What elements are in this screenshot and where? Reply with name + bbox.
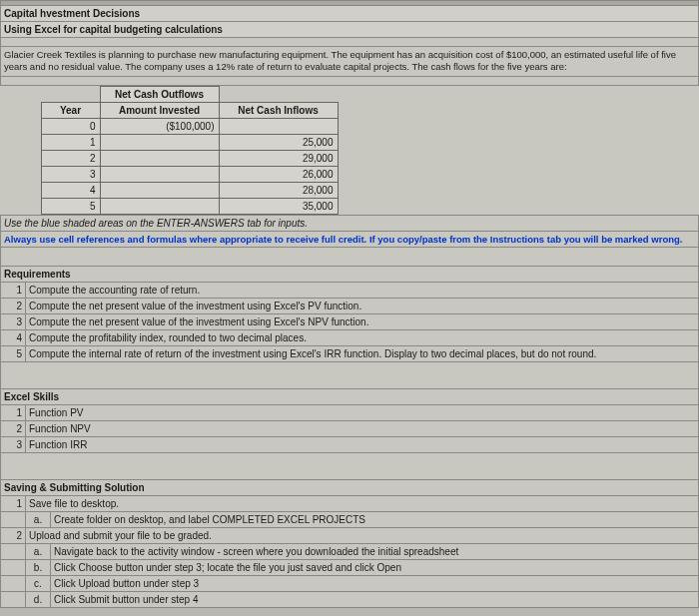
note-shaded: Use the blue shaded areas on the ENTER-A… (1, 215, 699, 231)
title-line-2: Using Excel for capital budgeting calcul… (1, 22, 699, 38)
req-item: Compute the accounting rate of return. (26, 282, 699, 298)
table-row: 229,000 (41, 150, 338, 166)
skill-item: Function NPV (26, 420, 699, 436)
save-item: Upload and submit your file to be graded… (26, 527, 699, 543)
save-item: Save file to desktop. (26, 495, 699, 511)
header-amount: Amount Invested (100, 102, 219, 118)
save-num: 2 (1, 527, 26, 543)
skill-item: Function PV (26, 404, 699, 420)
header-outflows: Net Cash Outflows (100, 86, 219, 102)
table-row: 125,000 (41, 134, 338, 150)
save-letter: d. (26, 591, 51, 607)
table-row: 535,000 (41, 198, 338, 214)
table-row: 0($100,000) (41, 118, 338, 134)
note-formulas: Always use cell references and formulas … (1, 231, 699, 247)
table-row: 326,000 (41, 166, 338, 182)
save-item: Click Submit button under step 4 (51, 591, 699, 607)
problem-description: Glacier Creek Textiles is planning to pu… (1, 47, 699, 77)
skill-item: Function IRR (26, 436, 699, 452)
table-row: 428,000 (41, 182, 338, 198)
req-num: 1 (1, 282, 26, 298)
skill-num: 1 (1, 404, 26, 420)
cash-flow-table: Net Cash Outflows Year Amount Invested N… (41, 86, 339, 215)
save-item: Click Choose button under step 3; locate… (51, 559, 699, 575)
save-num: 1 (1, 495, 26, 511)
req-item: Compute the profitability index, rounded… (26, 329, 699, 345)
save-item: Navigate back to the activity window - s… (51, 543, 699, 559)
req-num: 3 (1, 313, 26, 329)
req-item: Compute the net present value of the inv… (26, 313, 699, 329)
save-letter: b. (26, 559, 51, 575)
header-year: Year (41, 102, 100, 118)
save-letter: a. (26, 543, 51, 559)
req-num: 5 (1, 345, 26, 361)
req-num: 4 (1, 329, 26, 345)
save-item: Create folder on desktop, and label COMP… (51, 511, 699, 527)
save-letter: c. (26, 575, 51, 591)
save-letter: a. (26, 511, 51, 527)
title-line-1: Capital hvestment Decisions (1, 6, 699, 22)
skill-num: 3 (1, 436, 26, 452)
header-inflows: Net Cash Inflows (219, 102, 338, 118)
requirements-header: Requirements (1, 266, 699, 282)
req-item: Compute the net present value of the inv… (26, 298, 699, 313)
skills-header: Excel Skills (1, 388, 699, 404)
spreadsheet-view: Capital hvestment Decisions Using Excel … (0, 0, 699, 608)
req-item: Compute the internal rate of return of t… (26, 345, 699, 361)
save-item: Click Upload button under step 3 (51, 575, 699, 591)
skill-num: 2 (1, 420, 26, 436)
req-num: 2 (1, 298, 26, 313)
saving-header: Saving & Submitting Solution (1, 479, 699, 495)
